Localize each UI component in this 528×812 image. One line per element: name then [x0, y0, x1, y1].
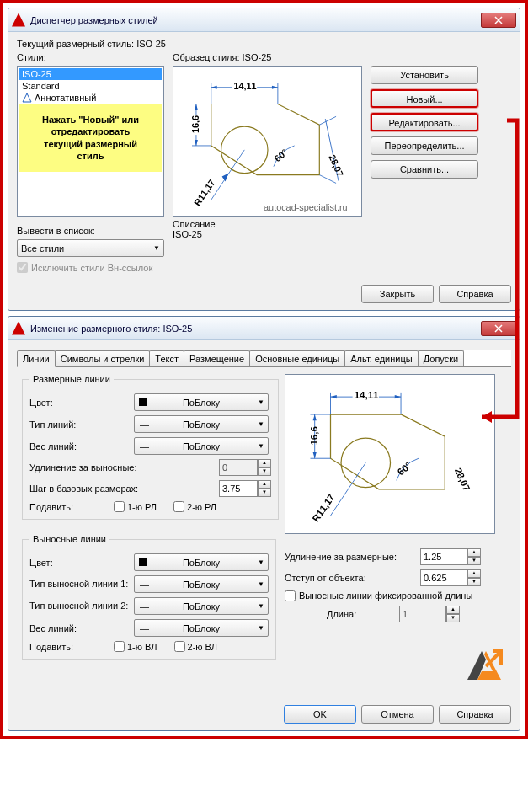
- svg-marker-34: [313, 414, 317, 420]
- list-filter-combo[interactable]: Все стили▼: [17, 239, 164, 257]
- style-item-iso25[interactable]: ISO-25: [19, 68, 162, 80]
- tab-tolerances[interactable]: Допуски: [418, 350, 464, 366]
- baseline-spacing-spinner[interactable]: ▲▼: [219, 480, 271, 497]
- style-item-label: Аннотативный: [35, 93, 96, 103]
- set-current-button[interactable]: Установить: [371, 66, 478, 84]
- svg-marker-28: [395, 395, 401, 398]
- spin-down-icon[interactable]: ▼: [467, 557, 481, 565]
- ext-lt2-label: Тип выносной линии 2:: [29, 601, 129, 611]
- spin-up-icon[interactable]: ▲: [467, 548, 481, 557]
- offset-origin-spinner[interactable]: ▲▼: [420, 569, 481, 586]
- modify-button[interactable]: Редактировать...: [371, 113, 478, 131]
- svg-line-16: [319, 175, 336, 184]
- modify-dimension-style-window: Изменение размерного стиля: ISO-25 Линии…: [8, 316, 520, 731]
- close-button[interactable]: [481, 13, 516, 28]
- ext-suppress-label: Подавить:: [29, 642, 97, 652]
- style-item-standard[interactable]: Standard: [19, 80, 162, 92]
- fixed-length-checkbox[interactable]: Выносные линии фиксированной длины: [285, 590, 472, 601]
- svg-text:28,07: 28,07: [327, 153, 345, 179]
- offset-origin-input[interactable]: [420, 569, 467, 586]
- style-preview: 14,11 16,6 28,07 R11,17: [173, 66, 362, 217]
- chevron-down-icon: ▼: [258, 602, 264, 610]
- svg-marker-12: [195, 140, 198, 146]
- ok-button[interactable]: OK: [284, 705, 356, 724]
- svg-line-15: [319, 116, 336, 125]
- extend-beyond-spinner[interactable]: ▲▼: [219, 459, 271, 476]
- style-item-annotative[interactable]: Аннотативный: [19, 92, 162, 104]
- help-button[interactable]: Справка: [439, 285, 511, 303]
- ext-lweight-label: Вес линий:: [29, 623, 129, 633]
- svg-marker-4: [211, 86, 217, 89]
- titlebar[interactable]: Изменение размерного стиля: ISO-25: [8, 317, 520, 340]
- override-button[interactable]: Переопределить...: [371, 136, 478, 155]
- specialist-logo-icon: [461, 644, 503, 688]
- length-input[interactable]: [399, 606, 446, 622]
- window-title: Диспетчер размерных стилей: [30, 15, 481, 25]
- suppress-dl1-checkbox[interactable]: 1-ю РЛ: [114, 501, 157, 512]
- svg-text:14,11: 14,11: [233, 81, 256, 91]
- tab-text[interactable]: Текст: [149, 350, 184, 366]
- description-value: ISO-25: [173, 229, 362, 239]
- compare-button[interactable]: Сравнить...: [371, 160, 478, 179]
- svg-line-38: [331, 462, 366, 516]
- svg-marker-11: [195, 104, 198, 110]
- extension-lines-group: Выносные линии Цвет: ПоБлоку▼ Тип выносн…: [22, 534, 276, 660]
- spin-up-icon[interactable]: ▲: [258, 480, 271, 489]
- linetype-label: Тип линий:: [29, 419, 129, 430]
- svg-text:60°: 60°: [396, 460, 413, 478]
- ext-color-dropdown[interactable]: ПоБлоку▼: [134, 553, 269, 571]
- extend-beyond-label: Удлинение за выносные:: [29, 462, 219, 473]
- length-label: Длина:: [327, 609, 394, 619]
- spin-down-icon[interactable]: ▼: [258, 467, 271, 476]
- suppress-el1-checkbox[interactable]: 1-ю ВЛ: [114, 641, 157, 652]
- extend-beyond-input[interactable]: [219, 459, 258, 476]
- spin-up-icon[interactable]: ▲: [446, 606, 460, 614]
- tab-fit[interactable]: Размещение: [184, 350, 250, 366]
- description-label: Описание: [173, 219, 362, 229]
- svg-marker-5: [272, 86, 278, 89]
- current-style-label: Текущий размерный стиль: ISO-25: [17, 39, 511, 49]
- close-button[interactable]: [481, 321, 516, 336]
- lineweight-dropdown[interactable]: —ПоБлоку▼: [134, 437, 269, 455]
- baseline-spacing-input[interactable]: [219, 480, 258, 497]
- tab-alt-units[interactable]: Альт. единицы: [344, 350, 418, 366]
- ext-lt1-dropdown[interactable]: —ПоБлоку▼: [134, 575, 269, 593]
- spin-down-icon[interactable]: ▼: [258, 489, 271, 497]
- autocad-icon: [12, 13, 25, 27]
- spin-up-icon[interactable]: ▲: [258, 459, 271, 467]
- tab-symbols-arrows[interactable]: Символы и стрелки: [55, 350, 151, 366]
- cancel-button[interactable]: Отмена: [361, 705, 434, 724]
- dimension-lines-legend: Размерные линии: [29, 374, 114, 384]
- exclude-xref-checkbox: [17, 262, 28, 273]
- chevron-down-icon: ▼: [258, 420, 264, 428]
- color-dropdown[interactable]: ПоБлоку▼: [134, 393, 269, 411]
- chevron-down-icon: ▼: [153, 244, 160, 252]
- extend-beyond-dim-input[interactable]: [420, 548, 467, 565]
- tab-primary-units[interactable]: Основные единицы: [249, 350, 345, 366]
- svg-marker-27: [331, 395, 337, 398]
- help-button[interactable]: Справка: [439, 705, 511, 724]
- linetype-dropdown[interactable]: —ПоБлоку▼: [134, 415, 269, 433]
- styles-listbox[interactable]: ISO-25 Standard Аннотативный Нажать "Нов…: [17, 66, 164, 217]
- suppress-dl2-checkbox[interactable]: 2-ю РЛ: [173, 501, 216, 512]
- sample-label: Образец стиля: ISO-25: [173, 52, 362, 62]
- color-label: Цвет:: [29, 398, 129, 408]
- titlebar[interactable]: Диспетчер размерных стилей: [8, 8, 520, 32]
- spin-up-icon[interactable]: ▲: [467, 569, 481, 578]
- ext-lt2-dropdown[interactable]: —ПоБлоку▼: [134, 597, 269, 615]
- suppress-el2-checkbox[interactable]: 2-ю ВЛ: [174, 641, 218, 652]
- spin-down-icon[interactable]: ▼: [467, 578, 481, 586]
- close-dialog-button[interactable]: Закрыть: [361, 285, 434, 303]
- svg-text:28,07: 28,07: [453, 467, 472, 493]
- style-preview: 14,11 16,6 28,07 R11,17 60°: [285, 374, 495, 534]
- svg-text:14,11: 14,11: [355, 390, 379, 400]
- new-button[interactable]: Новый...: [371, 89, 478, 108]
- length-spinner[interactable]: ▲▼: [399, 606, 460, 622]
- tab-lines[interactable]: Линии: [17, 350, 56, 367]
- tab-bar: Линии Символы и стрелки Текст Размещение…: [17, 350, 511, 367]
- spin-down-icon[interactable]: ▼: [446, 614, 460, 622]
- ext-lweight-dropdown[interactable]: —ПоБлоку▼: [134, 619, 269, 637]
- extend-beyond-dim-spinner[interactable]: ▲▼: [420, 548, 481, 565]
- ext-lt1-label: Тип выносной линии 1:: [29, 579, 129, 589]
- exclude-xref-label: Исключить стили Вн-ссылок: [31, 263, 152, 273]
